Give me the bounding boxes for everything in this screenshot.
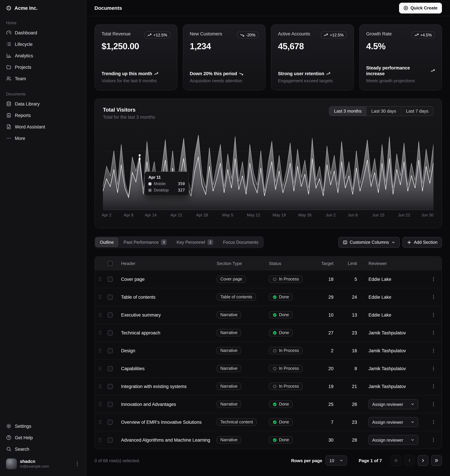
row-checkbox[interactable] [108,312,113,317]
target-value[interactable]: 19 [316,384,339,389]
limit-value[interactable]: 21 [339,384,363,389]
add-section-button[interactable]: Add Section [403,237,442,248]
limit-value[interactable]: 28 [339,437,363,442]
row-checkbox[interactable] [108,295,113,300]
range-last-30-days[interactable]: Last 30 days [366,106,401,116]
visitors-chart[interactable]: Apr 11 Mobile 350 Desktop 327 [103,132,433,210]
row-actions-button[interactable] [429,275,438,283]
target-value[interactable]: 7 [316,419,339,425]
quick-create-button[interactable]: Quick Create [399,3,442,13]
limit-value[interactable]: 5 [339,277,363,282]
drag-handle-icon[interactable] [97,401,103,407]
drag-handle-icon[interactable] [97,348,103,353]
limit-value[interactable]: 23 [339,419,363,425]
row-actions-button[interactable] [429,382,438,390]
sidebar-item-dashboard[interactable]: Dashboard [3,27,83,38]
row-actions-button[interactable] [429,293,438,301]
target-value[interactable]: 27 [316,330,339,335]
drag-handle-icon[interactable] [97,419,103,425]
row-actions-button[interactable] [429,311,438,319]
sidebar-item-data-library[interactable]: Data Library [3,99,83,109]
limit-value[interactable]: 13 [339,312,363,317]
table-row[interactable]: Executive summary Narrative Done 10 13 E… [95,306,442,324]
table-row[interactable]: Technical approach Narrative Done 27 23 … [95,324,442,342]
row-actions-button[interactable] [429,418,438,426]
first-page-button[interactable] [391,455,401,466]
table-row[interactable]: Integration with existing systems Narrat… [95,377,442,395]
table-row[interactable]: Cover page Cover page In Process 18 5 Ed… [95,270,442,288]
table-row[interactable]: Table of contents Table of contents Done… [95,288,442,306]
limit-value[interactable]: 16 [339,348,363,353]
dots-vertical-icon[interactable] [75,461,80,467]
sidebar-item-lifecycle[interactable]: Lifecycle [3,39,83,50]
table-row[interactable]: Innovation and Advantages Narrative Done… [95,395,442,413]
row-actions-button[interactable] [429,364,438,372]
sidebar-item-word-assistant[interactable]: Word Assistant [3,121,83,132]
drag-handle-icon[interactable] [97,294,103,300]
row-checkbox[interactable] [108,437,113,442]
trend-badge: +4.5% [411,31,435,38]
assign-reviewer-select[interactable]: Assign reviewer [368,399,419,409]
assign-reviewer-select[interactable]: Assign reviewer [368,435,419,445]
table-row[interactable]: Capabilities Narrative In Process 20 8 J… [95,359,442,377]
drag-handle-icon[interactable] [97,330,103,335]
limit-value[interactable]: 8 [339,366,363,371]
row-checkbox[interactable] [108,419,113,425]
org-switcher[interactable]: Acme Inc. [0,0,86,16]
row-checkbox[interactable] [108,384,113,389]
select-all-checkbox[interactable] [108,261,113,266]
target-value[interactable]: 2 [316,348,339,353]
range-last-3-months[interactable]: Last 3 months [329,106,366,116]
status-badge: In Process [269,365,302,372]
drag-handle-icon[interactable] [97,312,103,318]
table-row[interactable]: Overview of EMR's Innovative Solutions T… [95,413,442,431]
row-checkbox[interactable] [108,402,113,407]
drag-handle-icon[interactable] [97,437,103,443]
row-actions-button[interactable] [429,400,438,408]
row-checkbox[interactable] [108,348,113,353]
limit-value[interactable]: 23 [339,330,363,335]
sidebar-item-analytics[interactable]: Analytics [3,50,83,61]
assign-reviewer-select[interactable]: Assign reviewer [368,417,419,427]
sidebar-item-settings[interactable]: Settings [3,421,83,431]
row-actions-button[interactable] [429,436,438,444]
drag-handle-icon[interactable] [97,366,103,371]
target-value[interactable]: 25 [316,402,339,407]
next-page-button[interactable] [418,455,428,466]
row-checkbox[interactable] [108,366,113,371]
table-row[interactable]: Advanced Algorithms and Machine Learning… [95,431,442,449]
sidebar-item-team[interactable]: Team [3,73,83,84]
limit-value[interactable]: 26 [339,402,363,407]
row-header: Capabilities [119,366,217,371]
sidebar-item-projects[interactable]: Projects [3,62,83,72]
row-actions-button[interactable] [429,347,438,355]
table-row[interactable]: Design Narrative In Process 2 16 Jamik T… [95,342,442,359]
last-page-button[interactable] [431,455,442,466]
limit-value[interactable]: 24 [339,295,363,300]
drag-handle-icon[interactable] [97,384,103,389]
tab-focus-documents[interactable]: Focus Documents [219,238,263,247]
rows-per-page-select[interactable]: 10 [326,455,347,465]
target-value[interactable]: 10 [316,312,339,317]
drag-handle-icon[interactable] [97,276,103,282]
sidebar-item-get-help[interactable]: Get Help [3,432,83,443]
tab-key-personnel[interactable]: Key Personnel 2 [172,237,218,247]
sidebar-item-search[interactable]: Search [3,444,83,454]
database-icon [6,101,12,106]
row-actions-button[interactable] [429,329,438,337]
target-value[interactable]: 18 [316,277,339,282]
target-value[interactable]: 20 [316,366,339,371]
sidebar-item-more[interactable]: More [3,133,83,144]
user-menu[interactable]: shadcn m@example.com [3,456,83,471]
prev-page-button[interactable] [404,455,415,466]
range-last-7-days[interactable]: Last 7 days [401,106,433,116]
row-checkbox[interactable] [108,277,113,282]
app-root: Acme Inc. Home Dashboard Lifecycle Analy… [0,0,450,476]
target-value[interactable]: 30 [316,437,339,442]
customize-columns-button[interactable]: Customize Columns [338,237,400,248]
tab-outline[interactable]: Outline [95,238,118,247]
tab-past-performance[interactable]: Past Performance 3 [119,237,171,247]
target-value[interactable]: 29 [316,295,339,300]
row-checkbox[interactable] [108,330,113,335]
sidebar-item-reports[interactable]: Reports [3,110,83,121]
